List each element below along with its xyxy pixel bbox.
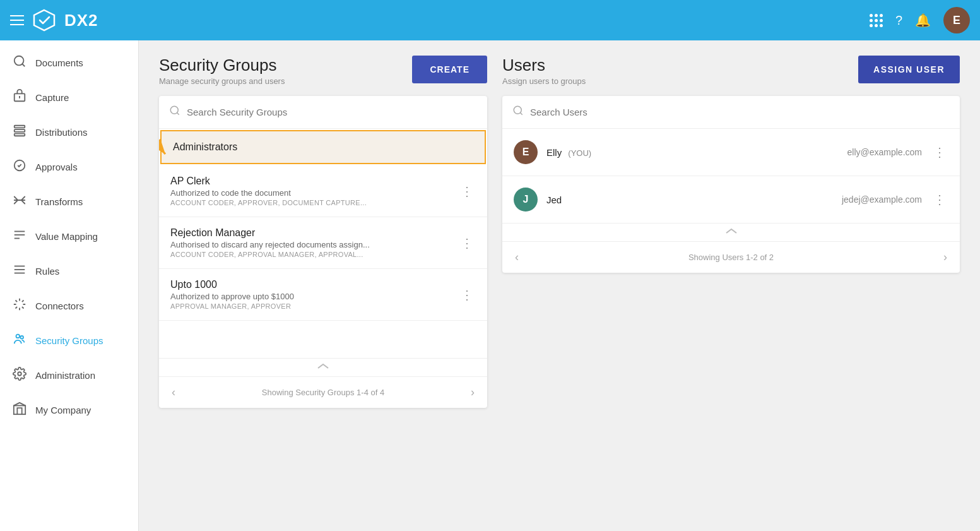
sidebar-item-transforms[interactable]: Transforms xyxy=(0,184,138,219)
user-avatar[interactable]: E xyxy=(943,7,970,33)
users-search-input[interactable] xyxy=(530,107,950,117)
user-name-elly: Elly (YOU) xyxy=(546,147,839,158)
group-upto-1000-desc: Authorized to approve upto $1000 xyxy=(170,292,458,301)
security-groups-search-bar xyxy=(159,96,487,129)
sidebar: Documents Capture Distributions Approval… xyxy=(0,40,139,531)
sidebar-item-security-groups[interactable]: Security Groups xyxy=(0,323,138,358)
ap-clerk-more-icon[interactable]: ⋮ xyxy=(458,181,476,201)
upto-1000-more-icon[interactable]: ⋮ xyxy=(458,285,476,305)
you-badge-elly: (YOU) xyxy=(568,148,591,158)
security-groups-title-block: Security Groups Manage security groups a… xyxy=(159,56,285,86)
sidebar-label-approvals: Approvals xyxy=(35,162,78,172)
group-administrators-info: Administrators xyxy=(173,141,473,153)
sidebar-item-connectors[interactable]: Connectors xyxy=(0,289,138,323)
security-groups-header: Security Groups Manage security groups a… xyxy=(159,56,487,86)
group-upto-1000-name: Upto 1000 xyxy=(170,279,458,290)
users-prev-button[interactable]: ‹ xyxy=(515,251,519,264)
group-ap-clerk-tags: ACCOUNT CODER, APPROVER, DOCUMENT CAPTUR… xyxy=(170,199,458,206)
security-groups-icon xyxy=(13,332,27,349)
sidebar-item-distributions[interactable]: Distributions xyxy=(0,115,138,150)
svg-rect-5 xyxy=(15,126,25,128)
group-administrators-name: Administrators xyxy=(173,141,473,153)
group-item-upto-1000[interactable]: Upto 1000 Authorized to approve upto $10… xyxy=(159,269,487,321)
group-item-rejection-manager[interactable]: Rejection Manager Authorised to discard … xyxy=(159,217,487,269)
group-upto-1000-info: Upto 1000 Authorized to approve upto $10… xyxy=(170,279,458,310)
svg-point-19 xyxy=(170,106,178,114)
users-search-bar xyxy=(502,96,960,129)
group-list: Administrators AP Clerk Authorized to co… xyxy=(159,130,487,359)
security-groups-next-button[interactable]: › xyxy=(471,386,475,399)
users-next-button[interactable]: › xyxy=(943,251,947,264)
security-groups-search-input[interactable] xyxy=(187,107,477,117)
assign-user-button[interactable]: ASSIGN USER xyxy=(858,56,960,83)
group-rejection-manager-tags: ACCOUNT CODER, APPROVAL MANAGER, APPROVA… xyxy=(170,251,458,258)
svg-rect-18 xyxy=(14,405,25,414)
approvals-icon xyxy=(13,158,27,176)
user-email-elly: elly@example.com xyxy=(847,147,922,157)
logo-text: DX2 xyxy=(64,11,98,30)
main-content: Security Groups Manage security groups a… xyxy=(139,40,980,531)
user-email-jed: jedej@example.com xyxy=(842,194,922,205)
sidebar-item-administration[interactable]: Administration xyxy=(0,358,138,393)
svg-point-17 xyxy=(18,372,21,376)
create-button[interactable]: CREATE xyxy=(412,56,487,83)
elly-more-icon[interactable]: ⋮ xyxy=(931,142,948,162)
sidebar-item-documents[interactable]: Documents xyxy=(0,45,138,80)
user-elly-name-text: Elly xyxy=(546,147,562,158)
rejection-manager-more-icon[interactable]: ⋮ xyxy=(458,233,476,253)
sidebar-item-approvals[interactable]: Approvals xyxy=(0,150,138,184)
sidebar-label-capture: Capture xyxy=(35,92,69,103)
security-groups-panel: Security Groups Manage security groups a… xyxy=(159,56,487,408)
group-ap-clerk-desc: Authorized to code the document xyxy=(170,188,458,198)
sidebar-label-distributions: Distributions xyxy=(35,127,88,138)
main-layout: Documents Capture Distributions Approval… xyxy=(0,40,980,531)
security-groups-subtitle: Manage security groups and users xyxy=(159,76,285,86)
group-rejection-manager-info: Rejection Manager Authorised to discard … xyxy=(170,227,458,258)
rules-icon xyxy=(13,263,27,280)
sidebar-label-security-groups: Security Groups xyxy=(35,335,103,346)
capture-icon xyxy=(13,89,27,106)
my-company-icon xyxy=(13,402,27,419)
user-avatar-elly: E xyxy=(514,140,538,164)
users-pagination: ‹ Showing Users 1-2 of 2 › xyxy=(502,241,960,273)
top-navigation: DX2 ? 🔔 E xyxy=(0,0,980,40)
svg-point-15 xyxy=(16,335,20,338)
users-title: Users xyxy=(502,56,586,75)
svg-point-16 xyxy=(20,336,23,339)
security-groups-prev-button[interactable]: ‹ xyxy=(172,386,175,399)
users-card: E Elly (YOU) elly@example.com ⋮ J Jed je… xyxy=(502,96,960,273)
security-groups-pagination: ‹ Showing Security Groups 1-4 of 4 › xyxy=(159,376,487,408)
users-subtitle: Assign users to groups xyxy=(502,76,586,86)
user-item-elly: E Elly (YOU) elly@example.com ⋮ xyxy=(502,129,960,176)
user-avatar-jed: J xyxy=(514,188,538,212)
sidebar-label-connectors: Connectors xyxy=(35,301,84,311)
users-pagination-text: Showing Users 1-2 of 2 xyxy=(688,253,774,262)
user-item-jed: J Jed jedej@example.com ⋮ xyxy=(502,176,960,224)
sidebar-label-documents: Documents xyxy=(35,57,83,68)
sidebar-label-transforms: Transforms xyxy=(35,196,83,207)
sidebar-item-capture[interactable]: Capture xyxy=(0,80,138,115)
group-ap-clerk-info: AP Clerk Authorized to code the document… xyxy=(170,176,458,206)
svg-line-20 xyxy=(177,112,179,114)
users-title-block: Users Assign users to groups xyxy=(502,56,586,86)
logo-icon xyxy=(32,8,57,33)
documents-icon xyxy=(13,54,27,71)
sidebar-item-value-mapping[interactable]: Value Mapping xyxy=(0,219,138,254)
users-collapse-icon[interactable] xyxy=(502,224,960,241)
svg-rect-6 xyxy=(15,129,25,132)
collapse-icon[interactable] xyxy=(159,359,487,376)
security-search-icon xyxy=(169,105,180,119)
group-upto-1000-tags: APPROVAL MANAGER, APPROVER xyxy=(170,302,458,310)
connectors-icon xyxy=(13,297,27,314)
sidebar-item-rules[interactable]: Rules xyxy=(0,254,138,289)
notification-bell-icon[interactable]: 🔔 xyxy=(915,13,931,28)
hamburger-menu[interactable] xyxy=(10,15,24,25)
help-icon[interactable]: ? xyxy=(895,13,902,28)
jed-more-icon[interactable]: ⋮ xyxy=(931,189,948,210)
group-item-ap-clerk[interactable]: AP Clerk Authorized to code the document… xyxy=(159,165,487,217)
group-ap-clerk-name: AP Clerk xyxy=(170,176,458,187)
group-item-administrators[interactable]: Administrators xyxy=(160,130,486,164)
sidebar-item-my-company[interactable]: My Company xyxy=(0,393,138,427)
apps-grid-icon[interactable] xyxy=(870,14,883,27)
svg-point-22 xyxy=(514,106,521,114)
